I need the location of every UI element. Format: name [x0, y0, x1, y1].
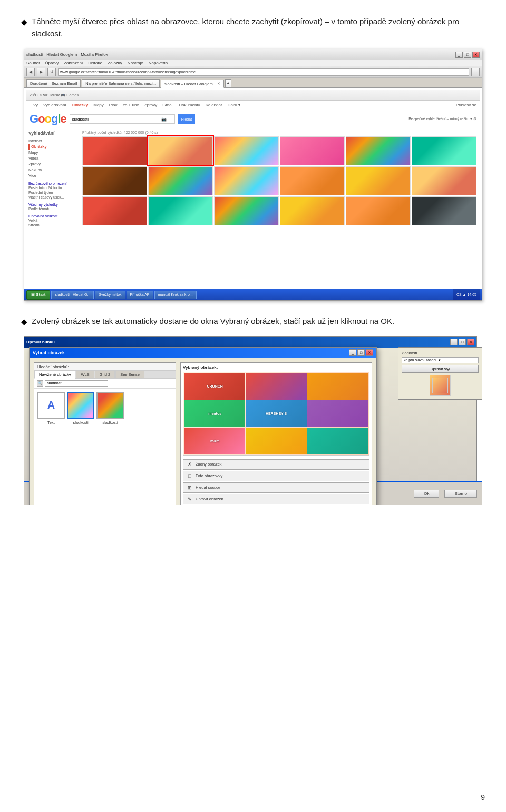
sidebar-item-vice[interactable]: Více — [28, 173, 76, 179]
outer-storno-btn[interactable]: Storno — [444, 490, 477, 498]
search-button[interactable]: Hledat — [178, 114, 195, 124]
sidebar-vsechny[interactable]: Všechny výsledky — [28, 203, 76, 206]
thumb-candy1[interactable]: sladkosti — [67, 392, 94, 425]
back-btn[interactable]: ◀ — [26, 68, 35, 76]
menu-nastroje[interactable]: Nástroje — [128, 61, 143, 65]
menu-upravy[interactable]: Úpravy — [45, 61, 59, 65]
image-cell-13[interactable] — [82, 196, 147, 225]
image-cell-12[interactable] — [412, 166, 476, 195]
browser-minimize-btn[interactable]: _ — [455, 52, 463, 58]
menu-zobrazeni[interactable]: Zobrazení — [64, 61, 83, 65]
sidebar-item-mapy[interactable]: Mapy — [28, 150, 76, 155]
sidebar-velka[interactable]: Velká — [28, 218, 76, 223]
action-zadny-obrazek[interactable]: ✗ Žádný obrázek — [183, 459, 369, 470]
sidebar-bez-omezeni[interactable]: Bez časového omezení — [28, 182, 76, 185]
nav-zpravy[interactable]: Zprávy — [144, 103, 157, 107]
image-cell-1[interactable] — [82, 136, 147, 165]
nav-mapy[interactable]: Mapy — [93, 103, 104, 107]
start-button[interactable]: ⊞ Start — [26, 290, 50, 300]
nav-vy[interactable]: + Vy — [30, 103, 38, 107]
taskbar-svezky[interactable]: Svežký mittok — [95, 291, 125, 299]
menu-napoveda[interactable]: Nápověda — [149, 61, 168, 65]
nav-vyhledavani[interactable]: Vyhledávání — [43, 103, 66, 107]
dlg-tab-navrzene[interactable]: Navržené obrázky — [34, 371, 75, 379]
image-cell-16[interactable] — [280, 196, 345, 225]
sidebar-vlastni[interactable]: Vlastní časový úsek... — [28, 195, 76, 200]
right-panel-dropdown[interactable]: ka pro slovní zásobu ▾ — [402, 357, 479, 363]
reload-btn[interactable]: ↺ — [47, 68, 56, 76]
taskbar-sladkosti[interactable]: sladkosti - Hledat G... — [51, 291, 94, 299]
new-tab-btn[interactable]: + — [225, 79, 231, 87]
nav-play[interactable]: Play — [109, 103, 118, 107]
dlg-tab-wls[interactable]: WLS — [76, 371, 94, 378]
dlg-search-input[interactable] — [45, 380, 108, 387]
menu-soubor[interactable]: Soubor — [26, 61, 40, 65]
search-sidebar: Vyhledávání Internet Obrázky Mapy Videa … — [26, 128, 79, 286]
image-cell-3[interactable] — [214, 136, 279, 165]
nav-gmail[interactable]: Gmail — [162, 103, 173, 107]
image-cell-6[interactable] — [412, 136, 476, 165]
browser-maximize-btn[interactable]: □ — [464, 52, 471, 58]
nav-dalsi[interactable]: Další ▾ — [228, 103, 240, 107]
menu-historie[interactable]: Historie — [88, 61, 102, 65]
sidebar-tyden[interactable]: Poslední týden — [28, 190, 76, 195]
image-cell-4[interactable] — [280, 136, 345, 165]
image-cell-10[interactable] — [280, 166, 345, 195]
thumb-text[interactable]: A Text — [37, 392, 65, 425]
image-cell-15[interactable] — [214, 196, 279, 225]
outer-ok-btn[interactable]: Ok — [414, 490, 439, 498]
taskbar-manual[interactable]: manuál Krok za kro... — [154, 291, 197, 299]
selected-image-area: CRUNCH mentos HERSHEY'S m&m — [183, 372, 369, 456]
right-panel-preview — [430, 375, 451, 396]
tab-sladkosti[interactable]: sladkosti – Hledat Googlem ✕ — [161, 80, 224, 88]
nav-dokumenty[interactable]: Dokumenty — [179, 103, 200, 107]
dlg-tab-grid2[interactable]: Grid 2 — [95, 371, 115, 378]
sidebar-libovolna[interactable]: Libovolná velikost — [28, 214, 76, 218]
right-panel-style-btn[interactable]: Upravit styl — [402, 365, 479, 373]
dlg-tab-seesense[interactable]: See Sense — [115, 371, 144, 378]
bg-maximize-btn[interactable]: □ — [459, 339, 466, 345]
bg-minimize-btn[interactable]: _ — [450, 339, 458, 345]
sidebar-24h[interactable]: Posledních 24 hodin — [28, 185, 76, 190]
action-hledat-soubor[interactable]: ⊞ Hledat soubor — [183, 482, 369, 493]
image-cell-5[interactable] — [346, 136, 411, 165]
nav-login[interactable]: Přihlásit se — [456, 103, 476, 107]
tab-batman[interactable]: Na premiéře Batmana se střílelo, mezi... — [82, 79, 160, 87]
browser-close-btn[interactable]: ✕ — [472, 52, 480, 58]
image-cell-11[interactable] — [346, 166, 411, 195]
sidebar-temata[interactable]: Podle tématu — [28, 206, 76, 211]
camera-icon[interactable]: 📷 — [160, 117, 168, 122]
dialog-maximize-btn[interactable]: □ — [357, 349, 365, 356]
action-upravit-obrazek[interactable]: ✎ Upravit obrázek — [183, 494, 369, 504]
taskbar-prirucka[interactable]: Příručka AP — [126, 291, 153, 299]
thumb-candy2[interactable]: sladkosti — [96, 392, 124, 425]
dlg-search-icon[interactable]: 🔍 — [37, 380, 43, 387]
sidebar-item-internet[interactable]: Internet — [28, 138, 76, 144]
image-cell-17[interactable] — [346, 196, 411, 225]
tab-email[interactable]: Doručené – Seznam Email — [26, 79, 81, 87]
search-go-btn[interactable]: → — [471, 68, 480, 76]
sidebar-stredni[interactable]: Střední — [28, 223, 76, 227]
sidebar-item-obrazky[interactable]: Obrázky — [28, 144, 76, 150]
menu-zalozky[interactable]: Záložky — [108, 61, 122, 65]
action-foto-obrazovky[interactable]: □ Foto obrazovky — [183, 471, 369, 481]
sidebar-item-nakupy[interactable]: Nákupy — [28, 167, 76, 173]
nav-youtube[interactable]: YouTube — [122, 103, 139, 107]
image-cell-2[interactable] — [148, 136, 213, 165]
tab-close-icon[interactable]: ✕ — [217, 82, 220, 86]
nav-kalendar[interactable]: Kalendář — [206, 103, 222, 107]
dialog-close-btn[interactable]: ✕ — [366, 349, 373, 356]
nav-obrazky[interactable]: Obrázky — [72, 103, 89, 107]
sidebar-item-zpravy[interactable]: Zprávy — [28, 161, 76, 167]
dialog-minimize-btn[interactable]: _ — [349, 349, 356, 356]
image-cell-18[interactable] — [412, 196, 476, 225]
search-input[interactable] — [70, 115, 160, 123]
image-cell-14[interactable] — [148, 196, 213, 225]
image-cell-7[interactable] — [82, 166, 147, 195]
sidebar-item-videa[interactable]: Videa — [28, 155, 76, 161]
forward-btn[interactable]: ▶ — [37, 68, 45, 76]
image-cell-8[interactable] — [148, 166, 213, 195]
bg-close-btn[interactable]: ✕ — [467, 339, 474, 345]
address-bar[interactable]: www.google.cz/search?num=10&tbm=isch&sou… — [58, 68, 469, 76]
image-cell-9[interactable] — [214, 166, 279, 195]
